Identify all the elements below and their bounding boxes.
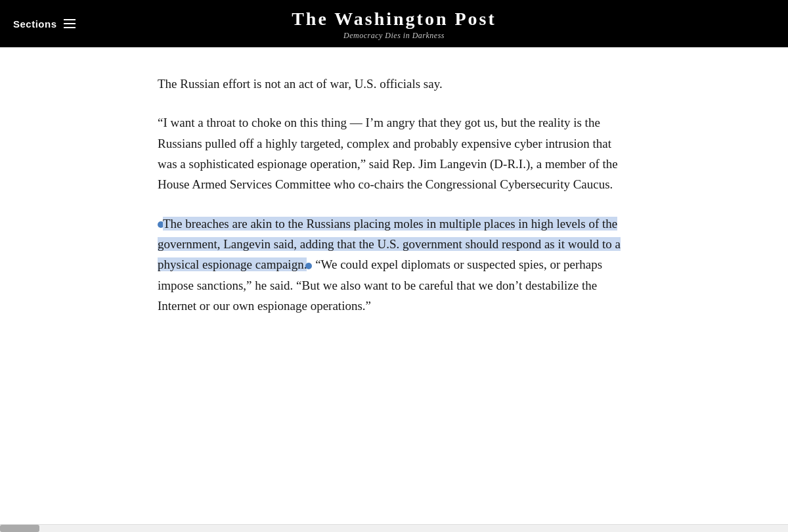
selection-handle-end bbox=[305, 263, 312, 269]
hamburger-icon bbox=[64, 19, 76, 28]
article-content: The Russian effort is not an act of war,… bbox=[144, 47, 644, 361]
paragraph-3: The breaches are akin to the Russians pl… bbox=[158, 213, 630, 317]
header: Sections The Washington Post Democracy D… bbox=[0, 0, 788, 47]
sections-button[interactable]: Sections bbox=[0, 0, 89, 47]
brand-name: The Washington Post bbox=[292, 7, 496, 30]
scroll-thumb[interactable] bbox=[0, 525, 39, 532]
paragraph-2: “I want a throat to choke on this thing … bbox=[158, 112, 630, 194]
brand-tagline: Democracy Dies in Darkness bbox=[292, 31, 496, 41]
paragraph-1-text: The Russian effort is not an act of war,… bbox=[158, 77, 443, 91]
paragraph-1: The Russian effort is not an act of war,… bbox=[158, 74, 630, 94]
paragraph-2-text: “I want a throat to choke on this thing … bbox=[158, 116, 618, 191]
scrollbar[interactable] bbox=[0, 524, 788, 532]
sections-label: Sections bbox=[13, 18, 57, 30]
brand-name-text: The Washington Post bbox=[292, 9, 496, 29]
brand: The Washington Post Democracy Dies in Da… bbox=[292, 7, 496, 41]
